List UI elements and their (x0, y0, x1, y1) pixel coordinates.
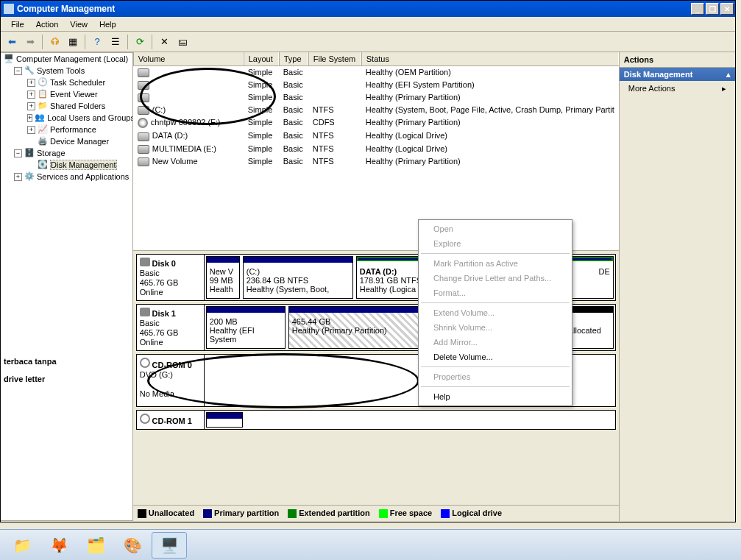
menu-action[interactable]: Action (30, 18, 65, 30)
context-menu-item[interactable]: Help (420, 389, 570, 404)
cd-icon (140, 358, 150, 368)
taskbar-paint[interactable]: 🎨 (115, 532, 150, 559)
tree-local-users[interactable]: +👥Local Users and Groups (1, 112, 132, 124)
volume-row[interactable]: SimpleBasicHealthy (EFI System Partition… (133, 79, 619, 91)
maximize-button[interactable]: ❐ (706, 3, 719, 15)
taskbar-firefox[interactable]: 🦊 (41, 532, 77, 559)
taskbar-computer-management[interactable]: 🖥️ (152, 532, 187, 559)
legend: Unallocated Primary partition Extended p… (133, 505, 619, 521)
tree-task-scheduler[interactable]: +🕑Task Scheduler (1, 77, 132, 88)
expand-icon[interactable]: + (27, 102, 35, 110)
drive-icon (138, 68, 149, 77)
col-layout[interactable]: Layout (244, 52, 279, 65)
menu-view[interactable]: View (64, 18, 93, 30)
delete-button[interactable]: ✕ (156, 34, 172, 50)
volume-row[interactable]: DATA (D:)SimpleBasicNTFSHealthy (Logical… (133, 130, 619, 142)
col-status[interactable]: Status (361, 52, 619, 65)
legend-unallocated-swatch (138, 509, 146, 518)
show-hide-tree-button[interactable]: ▦ (65, 34, 81, 50)
minimize-button[interactable]: _ (691, 3, 704, 15)
properties-button[interactable]: ☰ (107, 34, 124, 50)
disk-icon (140, 308, 150, 316)
tree-shared-folders[interactable]: +📁Shared Folders (1, 100, 132, 112)
tree-disk-management[interactable]: 💽Disk Management (1, 159, 132, 171)
context-menu-item: Add Mirror... (420, 335, 570, 350)
up-button[interactable]: ⮉ (46, 34, 63, 50)
context-menu[interactable]: OpenExploreMark Partition as ActiveChang… (418, 219, 572, 406)
drive-icon (138, 132, 149, 141)
chevron-up-icon: ▴ (726, 70, 731, 79)
cdrom-0-info[interactable]: CD-ROM 0 DVD (G:) No Media (137, 355, 205, 406)
collapse-icon[interactable]: − (14, 67, 22, 75)
context-menu-item: Mark Partition as Active (420, 256, 570, 271)
menu-file[interactable]: File (5, 18, 30, 30)
legend-extended-swatch (288, 509, 297, 518)
actions-heading[interactable]: Disk Management▴ (620, 68, 735, 81)
folder-icon: 📁 (38, 101, 48, 111)
menu-help[interactable]: Help (93, 18, 122, 30)
volume-row[interactable]: SimpleBasicHealthy (OEM Partition) (133, 66, 619, 79)
cdrom-1-info[interactable]: CD-ROM 1 (137, 411, 205, 429)
partition-box[interactable]: (C:)236.84 GB NTFSHealthy (System, Boot, (243, 256, 353, 299)
annotation-text: terbaca tanpa drive letter (4, 352, 57, 387)
menubar: File Action View Help (1, 17, 735, 32)
volume-row[interactable]: (C:)SimpleBasicNTFSHealthy (System, Boot… (133, 104, 619, 116)
expand-icon[interactable]: + (27, 114, 32, 122)
volume-list-header: Volume Layout Type File System Status (133, 52, 619, 66)
context-menu-item: Open (420, 221, 570, 236)
expand-icon[interactable]: + (27, 91, 35, 99)
forward-button[interactable]: ➡ (22, 34, 38, 50)
expand-icon[interactable]: + (14, 173, 22, 181)
legend-primary-swatch (203, 509, 212, 518)
context-menu-item[interactable]: Delete Volume... (420, 350, 570, 364)
window-title: Computer Management (17, 4, 691, 14)
col-type[interactable]: Type (279, 52, 308, 65)
tree-services[interactable]: +⚙️Services and Applications (1, 171, 132, 182)
volume-row[interactable]: New VolumeSimpleBasicNTFSHealthy (Primar… (133, 155, 619, 168)
titlebar[interactable]: Computer Management _ ❐ ✕ (1, 1, 735, 17)
device-icon: 🖨️ (38, 136, 48, 146)
back-button[interactable]: ⬅ (4, 34, 20, 50)
tree-event-viewer[interactable]: +📋Event Viewer (1, 88, 132, 100)
taskbar[interactable]: 📁 🦊 🗂️ 🎨 🖥️ (0, 529, 741, 560)
taskbar-explorer[interactable]: 📁 (4, 532, 40, 559)
drive-icon (138, 81, 149, 90)
volume-row[interactable]: MULTIMEDIA (E:)SimpleBasicNTFSHealthy (L… (133, 143, 619, 155)
legend-logical-swatch (441, 509, 450, 518)
refresh-button[interactable]: ⟳ (132, 34, 148, 50)
tree-device-manager[interactable]: 🖨️Device Manager (1, 135, 132, 147)
storage-icon: 🗄️ (24, 148, 35, 158)
partition-box[interactable]: New V99 MBHealth (206, 256, 240, 299)
context-menu-item: Format... (420, 286, 570, 300)
settings-button[interactable]: 🖴 (174, 34, 191, 50)
col-volume[interactable]: Volume (133, 52, 244, 65)
volume-row[interactable]: chntpw 080802 (F:)SimpleBasicCDFSHealthy… (133, 116, 619, 130)
context-menu-item: Shrink Volume... (420, 320, 570, 335)
actions-title: Actions (620, 52, 735, 68)
tree-root[interactable]: 🖥️Computer Management (Local) (1, 53, 132, 65)
help-button[interactable]: ? (89, 34, 105, 50)
disk-0-info[interactable]: Disk 0 Basic 465.76 GB Online (137, 255, 205, 300)
scheduler-icon: 🕑 (38, 77, 48, 88)
navigation-tree[interactable]: 🖥️Computer Management (Local) −🔧System T… (1, 52, 133, 521)
context-menu-item: Explore (420, 236, 570, 251)
context-menu-item: Properties (420, 369, 570, 384)
taskbar-folder[interactable]: 🗂️ (78, 532, 113, 559)
tree-storage[interactable]: −🗄️Storage (1, 147, 132, 159)
collapse-icon[interactable]: − (14, 149, 22, 157)
expand-icon[interactable]: + (27, 79, 35, 87)
drive-icon (138, 93, 149, 102)
tree-system-tools[interactable]: −🔧System Tools (1, 65, 132, 77)
tree-performance[interactable]: +📈Performance (1, 124, 132, 135)
expand-icon[interactable]: + (27, 126, 35, 134)
col-fs[interactable]: File System (308, 52, 361, 65)
actions-panel: Actions Disk Management▴ More Actions▸ (620, 52, 735, 521)
disk-1-info[interactable]: Disk 1 Basic 465.76 GB Online (137, 305, 205, 350)
users-icon: 👥 (35, 113, 45, 123)
close-button[interactable]: ✕ (720, 3, 734, 15)
context-menu-item: Extend Volume... (420, 305, 570, 320)
cdrom-1-row[interactable]: CD-ROM 1 (136, 410, 616, 430)
volume-row[interactable]: SimpleBasicHealthy (Primary Partition) (133, 91, 619, 104)
partition-box[interactable]: 200 MBHealthy (EFI System (206, 306, 286, 349)
more-actions[interactable]: More Actions▸ (620, 81, 735, 96)
